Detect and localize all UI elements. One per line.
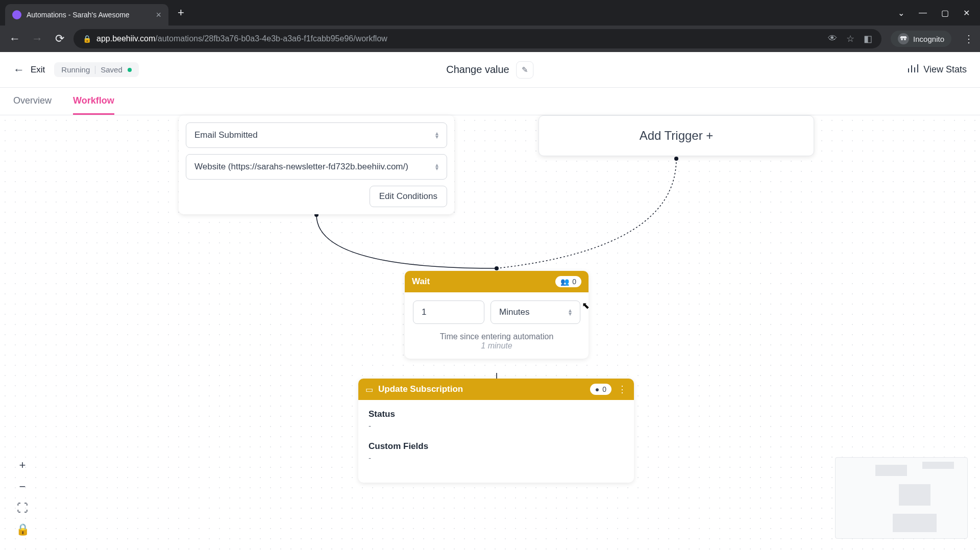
browser-tab[interactable]: Automations - Sarah's Awesome × (5, 4, 168, 26)
minimap[interactable] (835, 457, 968, 539)
users-icon: 👥 (560, 278, 569, 286)
app-header: ← Exit Running Saved Change value ✎ View… (0, 52, 980, 88)
wait-header: Wait 👥 0 (405, 271, 589, 292)
trigger-source-select[interactable]: Website (https://sarahs-newsletter-fd732… (186, 154, 447, 180)
update-count: 0 (602, 385, 606, 393)
view-stats-button[interactable]: View Stats (907, 63, 967, 76)
chevron-up-down-icon: ▴▾ (435, 163, 438, 170)
status-dot-icon (128, 68, 132, 72)
wait-count: 0 (572, 278, 576, 286)
wait-unit-value: Minutes (499, 307, 530, 317)
wait-count-badge: 👥 0 (555, 276, 581, 287)
wait-inputs: Minutes ▴▾ (413, 300, 580, 324)
incognito-badge[interactable]: Incognito (891, 31, 951, 47)
chevron-up-down-icon: ▴▾ (569, 309, 572, 316)
browser-toolbar: ← → ⟳ 🔒 app.beehiiv.com/automations/28fb… (0, 26, 980, 52)
divider (95, 66, 95, 74)
reload-button[interactable]: ⟳ (51, 32, 68, 45)
exit-arrow-icon[interactable]: ← (13, 63, 24, 77)
wait-card[interactable]: Wait 👥 0 Minutes ▴▾ Time since entering … (405, 271, 589, 359)
maximize-icon[interactable]: ▢ (941, 8, 949, 18)
tab-overview[interactable]: Overview (13, 95, 52, 115)
trigger-event-value: Email Submitted (194, 130, 258, 140)
url-actions: 👁 ☆ ◧ (828, 33, 872, 44)
update-count-badge: ● 0 (590, 384, 611, 395)
status-running: Running (61, 65, 90, 74)
bar-chart-icon (907, 63, 918, 76)
edit-conditions-button[interactable]: Edit Conditions (370, 186, 447, 207)
fit-view-button[interactable]: ⛶ (13, 499, 32, 517)
card-menu-icon[interactable]: ⋮ (618, 384, 627, 395)
tab-close-icon[interactable]: × (156, 10, 161, 20)
trigger-card[interactable]: Email Submitted ▴▾ Website (https://sara… (179, 115, 454, 214)
wait-unit-select[interactable]: Minutes ▴▾ (491, 300, 580, 324)
browser-tab-strip: Automations - Sarah's Awesome × + ⌄ — ▢ … (0, 0, 980, 26)
panel-icon[interactable]: ◧ (864, 33, 872, 44)
exit-button[interactable]: Exit (31, 65, 45, 75)
url-text: app.beehiiv.com/automations/28fb3a76-b0a… (96, 34, 387, 43)
add-trigger-label: Add Trigger + (640, 129, 714, 143)
wait-subcaption: 1 minute (413, 341, 580, 350)
zoom-in-button[interactable]: + (13, 456, 32, 474)
status-label: Status (369, 409, 624, 419)
favicon (12, 10, 21, 19)
trigger-event-select[interactable]: Email Submitted ▴▾ (186, 122, 447, 148)
wait-title: Wait (412, 277, 430, 287)
tab-workflow[interactable]: Workflow (73, 95, 114, 115)
status-saved: Saved (101, 65, 122, 74)
update-body: Status - Custom Fields - (358, 400, 634, 483)
workflow-canvas[interactable]: Email Submitted ▴▾ Website (https://sara… (0, 115, 980, 551)
close-icon[interactable]: ✕ (963, 8, 970, 18)
add-trigger-card[interactable]: Add Trigger + (538, 115, 814, 156)
chevron-down-icon[interactable]: ⌄ (898, 8, 904, 18)
trigger-source-value: Website (https://sarahs-newsletter-fd732… (194, 162, 408, 172)
incognito-icon (898, 33, 909, 44)
title-group: Change value ✎ (446, 61, 533, 79)
svg-point-1 (495, 266, 499, 270)
new-tab-button[interactable]: + (178, 6, 184, 19)
canvas-controls: + − ⛶ 🔒 (13, 456, 32, 539)
edit-title-button[interactable]: ✎ (517, 61, 534, 79)
wait-body: Minutes ▴▾ Time since entering automatio… (405, 292, 589, 359)
check-circle-icon: ● (595, 385, 599, 393)
lock-button[interactable]: 🔒 (13, 520, 32, 539)
update-header-right: ● 0 ⋮ (590, 384, 627, 395)
update-header: ▭ Update Subscription ● 0 ⋮ (358, 379, 634, 400)
page-title: Change value (446, 64, 509, 76)
bookmark-icon[interactable]: ☆ (846, 33, 854, 44)
update-header-left: ▭ Update Subscription (365, 384, 463, 394)
view-stats-label: View Stats (923, 64, 967, 75)
wait-value-input[interactable] (413, 300, 484, 324)
window-controls: ⌄ — ▢ ✕ (898, 8, 980, 18)
nav-tabs: Overview Workflow (0, 88, 980, 115)
svg-point-2 (674, 157, 678, 161)
status-value: - (369, 421, 624, 430)
chevron-up-down-icon: ▴▾ (435, 132, 438, 139)
zoom-out-button[interactable]: − (13, 478, 32, 496)
pencil-icon: ✎ (522, 65, 528, 74)
exit-group: ← Exit (13, 63, 45, 77)
tab-title: Automations - Sarah's Awesome (27, 11, 151, 19)
id-card-icon: ▭ (365, 385, 373, 394)
custom-fields-label: Custom Fields (369, 441, 624, 452)
update-title: Update Subscription (378, 384, 463, 394)
wait-caption: Time since entering automation (413, 332, 580, 341)
eye-off-icon[interactable]: 👁 (828, 33, 837, 44)
back-button[interactable]: ← (6, 32, 23, 45)
update-subscription-card[interactable]: ▭ Update Subscription ● 0 ⋮ Status - Cus… (358, 379, 634, 483)
lock-icon: 🔒 (83, 35, 91, 43)
incognito-label: Incognito (913, 35, 944, 43)
custom-fields-value: - (369, 454, 624, 462)
status-pill: Running Saved (54, 62, 138, 77)
minimize-icon[interactable]: — (919, 8, 927, 18)
forward-button[interactable]: → (29, 32, 46, 45)
browser-menu-icon[interactable]: ⋮ (964, 33, 974, 45)
address-bar[interactable]: 🔒 app.beehiiv.com/automations/28fb3a76-b… (74, 29, 881, 48)
